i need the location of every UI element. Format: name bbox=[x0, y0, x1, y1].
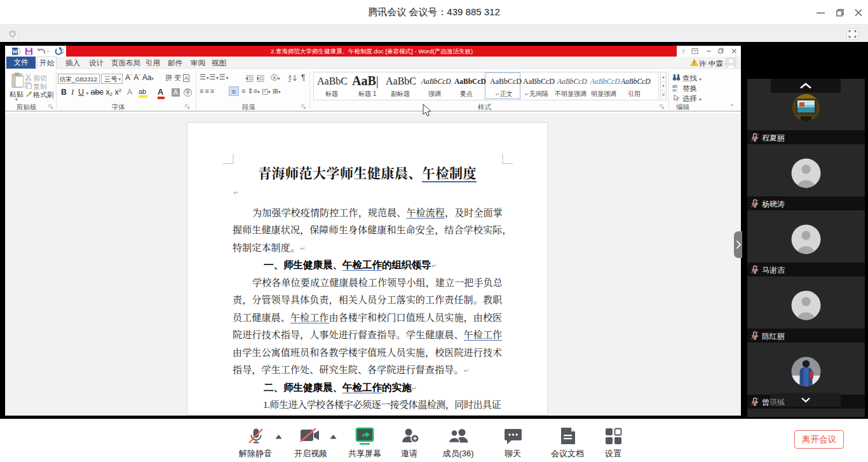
svg-text:?: ? bbox=[682, 48, 685, 55]
svg-text:ac: ac bbox=[672, 88, 677, 92]
svg-text:Z: Z bbox=[288, 78, 292, 82]
